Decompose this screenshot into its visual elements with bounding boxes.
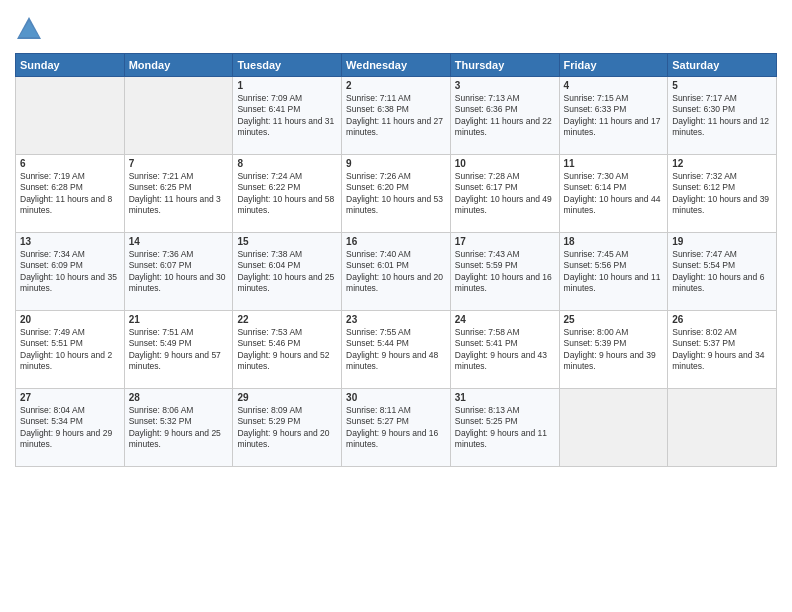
- day-info: Sunrise: 7:13 AM Sunset: 6:36 PM Dayligh…: [455, 93, 555, 139]
- day-number: 31: [455, 392, 555, 403]
- day-info: Sunrise: 8:02 AM Sunset: 5:37 PM Dayligh…: [672, 327, 772, 373]
- calendar-cell: 11Sunrise: 7:30 AM Sunset: 6:14 PM Dayli…: [559, 155, 668, 233]
- calendar-week-row: 1Sunrise: 7:09 AM Sunset: 6:41 PM Daylig…: [16, 77, 777, 155]
- day-number: 5: [672, 80, 772, 91]
- day-number: 7: [129, 158, 229, 169]
- calendar-table: SundayMondayTuesdayWednesdayThursdayFrid…: [15, 53, 777, 467]
- day-info: Sunrise: 7:17 AM Sunset: 6:30 PM Dayligh…: [672, 93, 772, 139]
- day-info: Sunrise: 7:38 AM Sunset: 6:04 PM Dayligh…: [237, 249, 337, 295]
- calendar-cell: 17Sunrise: 7:43 AM Sunset: 5:59 PM Dayli…: [450, 233, 559, 311]
- day-info: Sunrise: 7:55 AM Sunset: 5:44 PM Dayligh…: [346, 327, 446, 373]
- calendar-week-row: 13Sunrise: 7:34 AM Sunset: 6:09 PM Dayli…: [16, 233, 777, 311]
- calendar-week-row: 20Sunrise: 7:49 AM Sunset: 5:51 PM Dayli…: [16, 311, 777, 389]
- day-info: Sunrise: 8:13 AM Sunset: 5:25 PM Dayligh…: [455, 405, 555, 451]
- day-info: Sunrise: 8:11 AM Sunset: 5:27 PM Dayligh…: [346, 405, 446, 451]
- day-info: Sunrise: 7:21 AM Sunset: 6:25 PM Dayligh…: [129, 171, 229, 217]
- calendar-cell: 29Sunrise: 8:09 AM Sunset: 5:29 PM Dayli…: [233, 389, 342, 467]
- day-info: Sunrise: 7:49 AM Sunset: 5:51 PM Dayligh…: [20, 327, 120, 373]
- day-info: Sunrise: 8:06 AM Sunset: 5:32 PM Dayligh…: [129, 405, 229, 451]
- day-info: Sunrise: 7:53 AM Sunset: 5:46 PM Dayligh…: [237, 327, 337, 373]
- weekday-header-sunday: Sunday: [16, 54, 125, 77]
- calendar-cell: 24Sunrise: 7:58 AM Sunset: 5:41 PM Dayli…: [450, 311, 559, 389]
- calendar-cell: [124, 77, 233, 155]
- day-info: Sunrise: 7:32 AM Sunset: 6:12 PM Dayligh…: [672, 171, 772, 217]
- day-number: 28: [129, 392, 229, 403]
- calendar-cell: 21Sunrise: 7:51 AM Sunset: 5:49 PM Dayli…: [124, 311, 233, 389]
- calendar-cell: 4Sunrise: 7:15 AM Sunset: 6:33 PM Daylig…: [559, 77, 668, 155]
- day-number: 23: [346, 314, 446, 325]
- day-info: Sunrise: 7:34 AM Sunset: 6:09 PM Dayligh…: [20, 249, 120, 295]
- day-number: 18: [564, 236, 664, 247]
- calendar-cell: 15Sunrise: 7:38 AM Sunset: 6:04 PM Dayli…: [233, 233, 342, 311]
- calendar-cell: 5Sunrise: 7:17 AM Sunset: 6:30 PM Daylig…: [668, 77, 777, 155]
- calendar-cell: 7Sunrise: 7:21 AM Sunset: 6:25 PM Daylig…: [124, 155, 233, 233]
- calendar-cell: 13Sunrise: 7:34 AM Sunset: 6:09 PM Dayli…: [16, 233, 125, 311]
- day-info: Sunrise: 8:00 AM Sunset: 5:39 PM Dayligh…: [564, 327, 664, 373]
- day-info: Sunrise: 7:11 AM Sunset: 6:38 PM Dayligh…: [346, 93, 446, 139]
- day-number: 3: [455, 80, 555, 91]
- day-number: 16: [346, 236, 446, 247]
- day-info: Sunrise: 7:36 AM Sunset: 6:07 PM Dayligh…: [129, 249, 229, 295]
- calendar-cell: [16, 77, 125, 155]
- day-info: Sunrise: 7:26 AM Sunset: 6:20 PM Dayligh…: [346, 171, 446, 217]
- calendar-cell: 1Sunrise: 7:09 AM Sunset: 6:41 PM Daylig…: [233, 77, 342, 155]
- day-number: 4: [564, 80, 664, 91]
- day-info: Sunrise: 7:28 AM Sunset: 6:17 PM Dayligh…: [455, 171, 555, 217]
- day-info: Sunrise: 7:43 AM Sunset: 5:59 PM Dayligh…: [455, 249, 555, 295]
- day-info: Sunrise: 7:15 AM Sunset: 6:33 PM Dayligh…: [564, 93, 664, 139]
- day-number: 25: [564, 314, 664, 325]
- calendar-cell: 30Sunrise: 8:11 AM Sunset: 5:27 PM Dayli…: [342, 389, 451, 467]
- day-info: Sunrise: 7:19 AM Sunset: 6:28 PM Dayligh…: [20, 171, 120, 217]
- day-number: 14: [129, 236, 229, 247]
- day-number: 20: [20, 314, 120, 325]
- day-number: 30: [346, 392, 446, 403]
- day-number: 29: [237, 392, 337, 403]
- calendar-week-row: 27Sunrise: 8:04 AM Sunset: 5:34 PM Dayli…: [16, 389, 777, 467]
- calendar-cell: 19Sunrise: 7:47 AM Sunset: 5:54 PM Dayli…: [668, 233, 777, 311]
- calendar-page: SundayMondayTuesdayWednesdayThursdayFrid…: [0, 0, 792, 612]
- day-number: 21: [129, 314, 229, 325]
- day-number: 19: [672, 236, 772, 247]
- day-info: Sunrise: 7:30 AM Sunset: 6:14 PM Dayligh…: [564, 171, 664, 217]
- calendar-cell: [668, 389, 777, 467]
- day-number: 2: [346, 80, 446, 91]
- day-number: 17: [455, 236, 555, 247]
- day-number: 15: [237, 236, 337, 247]
- day-info: Sunrise: 7:09 AM Sunset: 6:41 PM Dayligh…: [237, 93, 337, 139]
- day-info: Sunrise: 7:40 AM Sunset: 6:01 PM Dayligh…: [346, 249, 446, 295]
- svg-marker-1: [19, 21, 39, 37]
- calendar-week-row: 6Sunrise: 7:19 AM Sunset: 6:28 PM Daylig…: [16, 155, 777, 233]
- calendar-cell: 2Sunrise: 7:11 AM Sunset: 6:38 PM Daylig…: [342, 77, 451, 155]
- calendar-cell: 23Sunrise: 7:55 AM Sunset: 5:44 PM Dayli…: [342, 311, 451, 389]
- weekday-header-row: SundayMondayTuesdayWednesdayThursdayFrid…: [16, 54, 777, 77]
- calendar-cell: 9Sunrise: 7:26 AM Sunset: 6:20 PM Daylig…: [342, 155, 451, 233]
- day-number: 1: [237, 80, 337, 91]
- calendar-cell: 6Sunrise: 7:19 AM Sunset: 6:28 PM Daylig…: [16, 155, 125, 233]
- calendar-cell: 28Sunrise: 8:06 AM Sunset: 5:32 PM Dayli…: [124, 389, 233, 467]
- day-number: 9: [346, 158, 446, 169]
- day-number: 12: [672, 158, 772, 169]
- calendar-cell: 31Sunrise: 8:13 AM Sunset: 5:25 PM Dayli…: [450, 389, 559, 467]
- calendar-cell: 12Sunrise: 7:32 AM Sunset: 6:12 PM Dayli…: [668, 155, 777, 233]
- calendar-cell: 10Sunrise: 7:28 AM Sunset: 6:17 PM Dayli…: [450, 155, 559, 233]
- calendar-cell: 18Sunrise: 7:45 AM Sunset: 5:56 PM Dayli…: [559, 233, 668, 311]
- day-number: 27: [20, 392, 120, 403]
- logo-icon: [15, 15, 43, 43]
- calendar-cell: 3Sunrise: 7:13 AM Sunset: 6:36 PM Daylig…: [450, 77, 559, 155]
- calendar-cell: 22Sunrise: 7:53 AM Sunset: 5:46 PM Dayli…: [233, 311, 342, 389]
- day-number: 6: [20, 158, 120, 169]
- calendar-cell: 8Sunrise: 7:24 AM Sunset: 6:22 PM Daylig…: [233, 155, 342, 233]
- calendar-cell: [559, 389, 668, 467]
- day-number: 8: [237, 158, 337, 169]
- weekday-header-wednesday: Wednesday: [342, 54, 451, 77]
- day-number: 24: [455, 314, 555, 325]
- day-info: Sunrise: 8:04 AM Sunset: 5:34 PM Dayligh…: [20, 405, 120, 451]
- day-info: Sunrise: 7:47 AM Sunset: 5:54 PM Dayligh…: [672, 249, 772, 295]
- calendar-cell: 26Sunrise: 8:02 AM Sunset: 5:37 PM Dayli…: [668, 311, 777, 389]
- weekday-header-tuesday: Tuesday: [233, 54, 342, 77]
- day-number: 10: [455, 158, 555, 169]
- day-number: 13: [20, 236, 120, 247]
- weekday-header-monday: Monday: [124, 54, 233, 77]
- day-number: 26: [672, 314, 772, 325]
- calendar-cell: 20Sunrise: 7:49 AM Sunset: 5:51 PM Dayli…: [16, 311, 125, 389]
